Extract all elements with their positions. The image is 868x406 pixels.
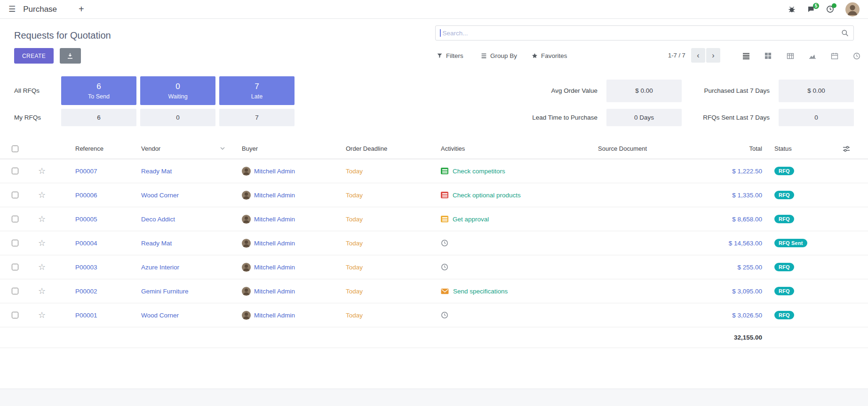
reference-link[interactable]: P00003 [75, 264, 97, 271]
search-icon[interactable] [841, 29, 849, 37]
buyer-link[interactable]: Mitchell Admin [254, 216, 295, 223]
group-by-button[interactable]: Group By [481, 48, 517, 64]
table-row[interactable]: ☆ P00004 Ready Mat Mitchell Admin Today … [0, 231, 868, 255]
buyer-link[interactable]: Mitchell Admin [254, 240, 295, 247]
reference-link[interactable]: P00006 [75, 192, 97, 199]
filters-button[interactable]: Filters [437, 48, 463, 64]
reference-link[interactable]: P00005 [75, 216, 97, 223]
favorite-star-icon[interactable]: ☆ [38, 311, 46, 319]
row-checkbox[interactable] [12, 264, 18, 270]
reference-link[interactable]: P00002 [75, 288, 97, 295]
buyer-link[interactable]: Mitchell Admin [254, 288, 295, 295]
search-bar[interactable] [435, 25, 854, 41]
vendor-link[interactable]: Gemini Furniture [141, 288, 189, 295]
sort-chevron-down-icon[interactable] [220, 147, 225, 150]
activity-clock-icon[interactable] [441, 239, 448, 247]
header-total[interactable]: Total [677, 145, 762, 152]
activity-list-icon[interactable] [441, 216, 448, 222]
buyer-link[interactable]: Mitchell Admin [254, 264, 295, 271]
header-vendor[interactable]: Vendor [141, 145, 238, 152]
row-checkbox[interactable] [12, 216, 18, 222]
activity-list-icon[interactable] [441, 192, 448, 198]
activity-label[interactable]: Check optional products [453, 192, 521, 199]
my-to-send-value[interactable]: 6 [61, 109, 136, 126]
vendor-link[interactable]: Deco Addict [141, 216, 175, 223]
activity-cell[interactable] [440, 311, 598, 319]
app-title[interactable]: Purchase [23, 5, 57, 14]
row-checkbox[interactable] [12, 192, 18, 198]
row-checkbox[interactable] [12, 168, 18, 174]
debug-bug-icon[interactable] [788, 6, 796, 13]
activity-cell[interactable]: Send specifications [440, 288, 598, 295]
row-checkbox[interactable] [12, 240, 18, 246]
activity-cell[interactable] [440, 239, 598, 247]
table-row[interactable]: ☆ P00002 Gemini Furniture Mitchell Admin… [0, 279, 868, 303]
pivot-view-icon[interactable] [779, 52, 801, 60]
favorite-star-icon[interactable]: ☆ [38, 215, 46, 223]
activity-clock-icon[interactable] [441, 263, 448, 271]
header-activities[interactable]: Activities [440, 145, 598, 152]
activity-clock-icon[interactable] [441, 311, 448, 319]
buyer-link[interactable]: Mitchell Admin [254, 312, 295, 319]
tile-to-send[interactable]: 6 To Send [61, 76, 136, 105]
activity-cell[interactable]: Get approval [440, 216, 598, 223]
buyer-link[interactable]: Mitchell Admin [254, 192, 295, 199]
table-row[interactable]: ☆ P00003 Azure Interior Mitchell Admin T… [0, 255, 868, 279]
table-row[interactable]: ☆ P00007 Ready Mat Mitchell Admin Today … [0, 159, 868, 183]
new-tab-plus-icon[interactable]: + [79, 4, 84, 15]
activity-mail-icon[interactable] [441, 288, 449, 294]
favorites-button[interactable]: Favorites [532, 48, 567, 64]
table-row[interactable]: ☆ P00006 Wood Corner Mitchell Admin Toda… [0, 183, 868, 207]
favorite-star-icon[interactable]: ☆ [38, 191, 46, 199]
table-row[interactable]: ☆ P00005 Deco Addict Mitchell Admin Toda… [0, 207, 868, 231]
vendor-link[interactable]: Wood Corner [141, 192, 179, 199]
create-button[interactable]: CREATE [14, 48, 54, 64]
pager-next-button[interactable]: › [706, 48, 720, 63]
row-checkbox[interactable] [12, 312, 18, 318]
header-reference[interactable]: Reference [54, 145, 141, 152]
tile-late[interactable]: 7 Late [219, 76, 295, 105]
activity-list-icon[interactable] [441, 168, 448, 174]
vendor-link[interactable]: Azure Interior [141, 264, 179, 271]
tile-waiting[interactable]: 0 Waiting [140, 76, 215, 105]
activity-label[interactable]: Check competitors [453, 168, 505, 175]
reference-link[interactable]: P00007 [75, 168, 97, 175]
kanban-view-icon[interactable] [757, 52, 779, 59]
vendor-link[interactable]: Ready Mat [141, 240, 172, 247]
table-row[interactable]: ☆ P00001 Wood Corner Mitchell Admin Toda… [0, 303, 868, 327]
row-checkbox[interactable] [12, 288, 18, 294]
import-button[interactable] [60, 48, 81, 64]
vendor-link[interactable]: Wood Corner [141, 312, 179, 319]
activity-cell[interactable] [440, 263, 598, 271]
header-order-deadline[interactable]: Order Deadline [343, 145, 440, 152]
search-input[interactable] [441, 30, 842, 37]
header-status[interactable]: Status [762, 145, 840, 152]
graph-view-icon[interactable] [801, 52, 823, 60]
activity-view-icon[interactable] [845, 52, 868, 60]
list-view-icon[interactable] [735, 52, 757, 60]
favorite-star-icon[interactable]: ☆ [38, 167, 46, 175]
calendar-view-icon[interactable] [823, 52, 845, 60]
reference-link[interactable]: P00001 [75, 312, 97, 319]
select-all-checkbox[interactable] [12, 146, 18, 152]
apps-menu-icon[interactable]: ☰ [8, 4, 16, 14]
activity-label[interactable]: Get approval [453, 216, 489, 223]
activities-clock-icon[interactable] [826, 5, 834, 13]
favorite-star-icon[interactable]: ☆ [38, 263, 46, 271]
activity-cell[interactable]: Check optional products [440, 192, 598, 199]
header-source-document[interactable]: Source Document [598, 145, 677, 152]
optional-columns-icon[interactable] [840, 145, 868, 153]
my-waiting-value[interactable]: 0 [140, 109, 215, 126]
buyer-link[interactable]: Mitchell Admin [254, 168, 295, 175]
messages-icon[interactable]: 5 [807, 6, 815, 13]
activity-cell[interactable]: Check competitors [440, 168, 598, 175]
favorite-star-icon[interactable]: ☆ [38, 239, 46, 247]
my-late-value[interactable]: 7 [219, 109, 295, 126]
vendor-link[interactable]: Ready Mat [141, 168, 172, 175]
reference-link[interactable]: P00004 [75, 240, 97, 247]
favorite-star-icon[interactable]: ☆ [38, 287, 46, 295]
pager-previous-button[interactable]: ‹ [691, 48, 705, 63]
activity-label[interactable]: Send specifications [453, 288, 508, 295]
header-buyer[interactable]: Buyer [238, 145, 343, 152]
user-avatar[interactable] [845, 2, 860, 16]
